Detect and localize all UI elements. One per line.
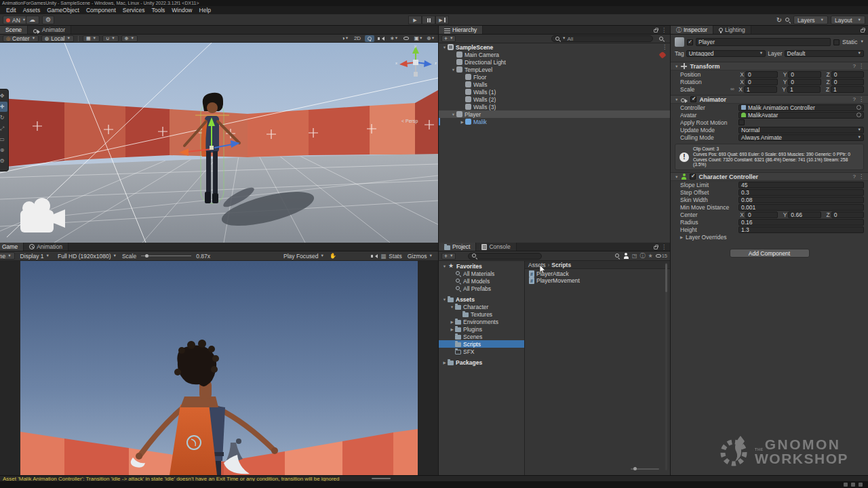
layout-dropdown[interactable]: Layout▼ [831, 16, 865, 24]
culling-mode-dropdown[interactable]: Always Animate▼ [738, 134, 864, 141]
stats-button[interactable]: Stats [389, 253, 401, 260]
position-y-field[interactable]: 0 [788, 71, 821, 78]
avatar-object-field[interactable]: MalikAvatar [738, 112, 864, 119]
project-row-textures[interactable]: Textures [439, 310, 524, 318]
project-add-button[interactable]: +▼ [441, 253, 456, 260]
game-gizmos-dropdown[interactable]: Gizmos▼ [405, 252, 435, 260]
lock-icon[interactable] [654, 246, 658, 249]
animator-header[interactable]: ▼ Animator ? ⋮ [671, 95, 868, 104]
tab-game[interactable]: Game [0, 243, 24, 251]
play-button[interactable]: ▶ [408, 16, 422, 24]
scale-slider[interactable] [141, 256, 191, 256]
menu-services[interactable]: Services [119, 7, 149, 14]
effects-dropdown[interactable]: ∗▼ [389, 35, 399, 42]
expander-icon[interactable]: ▼ [441, 264, 448, 268]
add-component-button[interactable]: Add Component [730, 249, 810, 258]
height-field[interactable]: 1.3 [738, 226, 864, 233]
expander-icon[interactable]: ▶ [449, 327, 455, 331]
expander-icon[interactable]: ▼ [441, 45, 448, 49]
layer-dropdown[interactable]: Default▼ [785, 50, 865, 57]
icon-size-slider[interactable] [631, 468, 659, 470]
status-bar[interactable]: Asset 'Malik Animation Controller': Tran… [0, 475, 868, 481]
tab-animator[interactable]: Animator [28, 26, 71, 34]
scale-tool-button[interactable]: ⤢ [0, 123, 7, 134]
move-tool-button[interactable]: ✛ [0, 102, 7, 112]
center-y-field[interactable]: 0.66 [788, 211, 821, 218]
help-icon[interactable]: ? [853, 174, 856, 180]
scale-x-field[interactable]: 1 [744, 86, 777, 93]
hidden-count-badge[interactable]: 15 [656, 253, 667, 259]
project-row-all-models[interactable]: All Models [439, 277, 524, 285]
menu-tools[interactable]: Tools [148, 7, 168, 14]
search-in-page-icon[interactable] [614, 253, 620, 259]
radius-field[interactable]: 0.16 [738, 219, 864, 226]
rect-tool-button[interactable]: ▭ [0, 134, 7, 144]
rotation-y-field[interactable]: 0 [788, 79, 821, 85]
controller-object-field[interactable]: Malik Animation Controller [738, 104, 864, 111]
history-icon[interactable]: ↻ [776, 17, 782, 24]
label-icon[interactable]: ◳ [632, 253, 637, 259]
expander-icon[interactable]: ▼ [449, 305, 455, 309]
project-row-scenes[interactable]: Scenes [439, 333, 524, 340]
camera-settings-dropdown[interactable]: ▣▼ [414, 35, 423, 42]
gameobject-icon[interactable] [675, 37, 684, 47]
game-viewport[interactable] [0, 261, 438, 475]
step-offset-field[interactable]: 0.3 [738, 189, 864, 196]
hierarchy-search-input[interactable]: ▼ All [551, 35, 653, 42]
tray-icon[interactable] [851, 483, 855, 487]
display-dropdown[interactable]: Display 1▼ [18, 252, 52, 260]
project-search-input[interactable] [468, 253, 542, 260]
tab-console[interactable]: Console [476, 243, 516, 251]
game-view-popup[interactable]: Game▼ [0, 252, 15, 260]
hierarchy-row-walls-1-[interactable]: Walls (1) [439, 88, 670, 96]
menu-component[interactable]: Component [83, 7, 119, 14]
object-picker-icon[interactable] [856, 113, 861, 117]
hierarchy-row-walls-3-[interactable]: Walls (3) [439, 103, 670, 110]
asset-store-icon[interactable] [623, 253, 629, 259]
search-window-icon[interactable] [658, 36, 665, 42]
tab-animation[interactable]: Animation [24, 243, 68, 251]
hierarchy-row-player[interactable]: ▼Player [439, 110, 670, 118]
project-scrollbar[interactable] [665, 263, 667, 470]
hierarchy-row-walls-2-[interactable]: Walls (2) [439, 96, 670, 103]
resolution-dropdown[interactable]: Full HD (1920x1080)▼ [55, 252, 119, 260]
hierarchy-row-malik[interactable]: ▶Malik [439, 118, 670, 125]
tab-hierarchy[interactable]: Hierarchy [439, 26, 483, 34]
character-controller-header[interactable]: ▼ Character Controller ? ⋮ [671, 172, 868, 181]
project-row-all-materials[interactable]: All Materials [439, 270, 524, 277]
position-z-field[interactable]: 0 [831, 71, 864, 78]
grid-snap-dropdown[interactable]: ▦▼ [83, 35, 100, 42]
play-focused-dropdown[interactable]: Play Focused▼ [281, 252, 327, 260]
perspective-label[interactable]: < Persp [401, 119, 418, 123]
panel-menu-icon[interactable]: ⋮ [661, 244, 667, 250]
expander-icon[interactable]: ▶ [441, 361, 448, 365]
scale-link-icon[interactable]: ∞ [730, 86, 737, 92]
scene-viewport[interactable]: y x z < Persp ✥ ✛ ↻ ⤢ ▭ ⊕ ⚙ [0, 43, 438, 243]
file-playerattack[interactable]: #PlayerAttack [525, 270, 670, 277]
step-button[interactable]: ▶ [435, 16, 449, 24]
layers-dropdown[interactable]: Layers▼ [793, 16, 828, 24]
toggle-2d[interactable]: 2D [353, 35, 362, 42]
apply-root-motion-checkbox[interactable] [738, 119, 745, 125]
center-x-field[interactable]: 0 [745, 211, 778, 218]
static-checkbox[interactable] [833, 39, 840, 45]
menu-edit[interactable]: Edit [3, 7, 20, 14]
animator-enabled-checkbox[interactable] [690, 96, 696, 102]
position-x-field[interactable]: 0 [745, 71, 778, 78]
favorites-icon[interactable]: ★ [648, 253, 652, 259]
pivot-dropdown[interactable]: ◎ Center▼ [3, 35, 39, 42]
expander-icon[interactable]: ▼ [441, 298, 448, 302]
hierarchy-row-directional-light[interactable]: Directional Light [439, 58, 670, 66]
skin-width-field[interactable]: 0.08 [738, 197, 864, 203]
tray-icon[interactable] [859, 483, 863, 487]
active-checkbox[interactable] [687, 39, 693, 45]
scene-lighting-toggle[interactable] [365, 35, 374, 42]
hierarchy-row-walls[interactable]: Walls [439, 81, 670, 88]
shading-mode-dropdown[interactable]: ◑▼ [340, 35, 350, 42]
min-move-field[interactable]: 0.001 [738, 204, 864, 211]
project-row-scripts[interactable]: Scripts [439, 340, 524, 348]
component-menu-icon[interactable]: ⋮ [859, 63, 864, 69]
rotation-x-field[interactable]: 0 [745, 79, 778, 85]
tab-inspector[interactable]: ⓘ Inspector [671, 26, 713, 34]
breadcrumb-current[interactable]: Scripts [551, 262, 571, 268]
